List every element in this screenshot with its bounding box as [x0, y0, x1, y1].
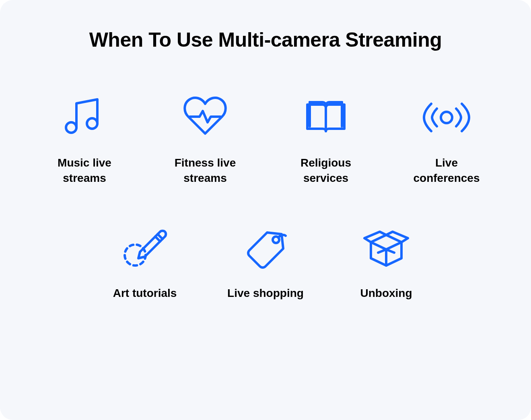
broadcast-icon [422, 92, 471, 143]
item-fitness: Fitness live streams [161, 92, 249, 186]
item-art: Art tutorials [101, 222, 189, 301]
item-music: Music live streams [40, 92, 129, 186]
music-note-icon [60, 92, 109, 143]
heart-pulse-icon [181, 92, 229, 143]
item-label: Religious services [282, 155, 370, 186]
svg-point-0 [66, 122, 76, 133]
items-grid: Music live streams Fitness live streams [24, 92, 507, 301]
item-unboxing: Unboxing [342, 222, 430, 301]
item-label: Fitness live streams [161, 155, 249, 186]
item-label: Live shopping [227, 286, 304, 301]
item-religious: Religious services [282, 92, 370, 186]
open-box-icon [362, 222, 410, 274]
info-card: When To Use Multi-camera Streaming Music… [0, 0, 531, 420]
open-book-icon [302, 92, 350, 143]
pencil-draw-icon [121, 222, 169, 274]
item-conferences: Live conferences [402, 92, 491, 186]
item-label: Unboxing [360, 286, 412, 301]
grid-row-2: Art tutorials Live shopping [24, 222, 507, 301]
item-shopping: Live shopping [221, 222, 310, 301]
price-tag-icon [241, 222, 290, 274]
svg-point-2 [441, 112, 452, 123]
item-label: Music live streams [40, 155, 129, 186]
item-label: Art tutorials [113, 286, 177, 301]
item-label: Live conferences [402, 155, 491, 186]
svg-point-1 [87, 118, 97, 129]
card-title: When To Use Multi-camera Streaming [24, 28, 507, 51]
grid-row-1: Music live streams Fitness live streams [24, 92, 507, 186]
